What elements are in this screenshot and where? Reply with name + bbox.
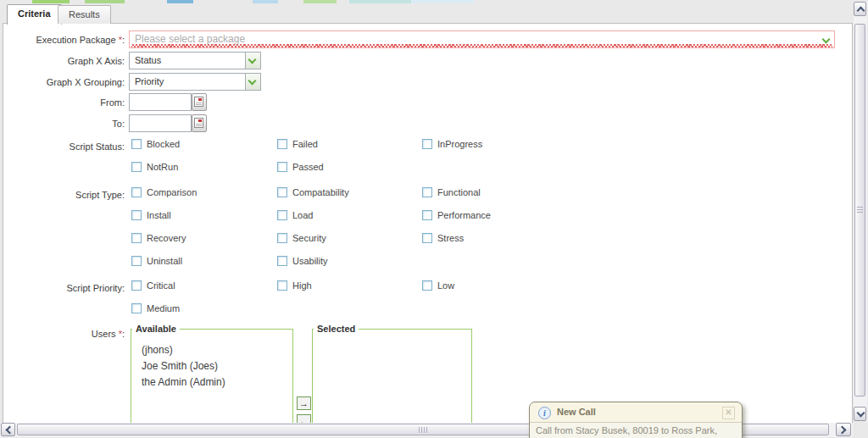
chart-bar-sliver <box>32 0 70 3</box>
from-datepicker-button[interactable] <box>192 93 207 111</box>
info-icon: i <box>538 407 551 419</box>
checkbox[interactable] <box>422 187 432 197</box>
checkbox[interactable] <box>422 139 432 149</box>
checkbox-label: Usability <box>292 256 328 266</box>
checkbox-item-passed[interactable]: Passed <box>277 162 324 172</box>
chevron-left-icon <box>6 426 14 435</box>
notification-line1: Call from Stacy Busek, 80019 to Ross Par… <box>536 425 736 438</box>
checkbox[interactable] <box>422 210 432 220</box>
dropdown-button[interactable] <box>245 74 260 90</box>
checkbox-item-recovery[interactable]: Recovery <box>131 233 186 243</box>
list-item[interactable]: the Admin (Admin) <box>142 374 289 391</box>
checkbox[interactable] <box>277 256 287 266</box>
checkbox[interactable] <box>131 233 142 243</box>
list-item[interactable]: Joe Smith (Joes) <box>142 358 289 374</box>
move-right-button[interactable]: → <box>297 396 311 410</box>
checkbox-item-usability[interactable]: Usability <box>277 256 328 266</box>
graph-x-axis-select[interactable]: Status <box>129 52 261 69</box>
checkbox-item-load[interactable]: Load <box>277 210 313 220</box>
checkbox-label: Comparison <box>147 187 197 197</box>
label-colon: : <box>122 35 125 45</box>
checkbox[interactable] <box>131 280 142 291</box>
checkbox-label: Recovery <box>147 233 186 243</box>
checkbox[interactable] <box>131 139 142 149</box>
checkbox-item-stress[interactable]: Stress <box>422 233 464 243</box>
arrow-right-icon: → <box>299 398 309 408</box>
checkbox[interactable] <box>277 210 287 220</box>
checkbox[interactable] <box>131 162 142 172</box>
checkbox-label: Low <box>437 280 454 291</box>
checkbox[interactable] <box>277 162 287 172</box>
scroll-right-button[interactable] <box>836 423 851 436</box>
checkbox[interactable] <box>277 187 287 197</box>
scroll-down-button[interactable] <box>854 407 866 421</box>
tab-results[interactable]: Results <box>58 5 111 24</box>
checkbox-item-failed[interactable]: Failed <box>277 139 318 149</box>
checkbox[interactable] <box>131 210 142 220</box>
checkbox-label: Compatability <box>292 187 349 197</box>
script-type-label: Script Type: <box>0 190 125 200</box>
from-date-input[interactable] <box>129 93 192 111</box>
new-call-notification: i New Call ✕ Call from Stacy Busek, 8001… <box>529 402 743 438</box>
report-criteria-screen: Criteria Results Execution Package *: Pl… <box>0 0 868 438</box>
checkbox[interactable] <box>131 256 142 266</box>
checkbox[interactable] <box>131 303 142 313</box>
available-users-list: (jhons) Joe Smith (Joes) the Admin (Admi… <box>142 342 289 391</box>
chart-bar-sliver <box>349 0 411 3</box>
vertical-scroll-thumb[interactable] <box>854 24 865 396</box>
chevron-down-icon <box>248 77 257 86</box>
checkbox-item-uninstall[interactable]: Uninstall <box>131 256 182 266</box>
checkbox[interactable] <box>277 233 287 243</box>
checkbox[interactable] <box>422 280 432 291</box>
dropdown-button[interactable] <box>245 53 260 69</box>
checkbox-label: Stress <box>437 233 464 243</box>
checkbox-item-functional[interactable]: Functional <box>422 187 481 197</box>
to-label: To: <box>0 119 125 129</box>
checkbox-item-install[interactable]: Install <box>131 210 171 220</box>
checkbox-item-low[interactable]: Low <box>422 280 454 291</box>
graph-x-grouping-select[interactable]: Priority <box>129 73 261 91</box>
vertical-scrollbar[interactable] <box>854 2 867 421</box>
selected-users-box: Selected <box>312 324 472 432</box>
checkbox-item-notrun[interactable]: NotRun <box>131 162 178 172</box>
checkbox[interactable] <box>422 233 432 243</box>
available-legend: Available <box>132 324 180 334</box>
checkbox[interactable] <box>131 187 142 197</box>
checkbox[interactable] <box>277 139 287 149</box>
checkbox-item-medium[interactable]: Medium <box>131 303 180 313</box>
info-icon-glyph: i <box>543 408 546 418</box>
checkbox-item-performance[interactable]: Performance <box>422 210 491 220</box>
checkbox-item-comparison[interactable]: Comparison <box>131 187 197 197</box>
checkbox-item-security[interactable]: Security <box>277 233 326 243</box>
to-datepicker-button[interactable] <box>192 114 207 132</box>
execution-package-placeholder: Please select a package <box>135 33 245 45</box>
execution-package-combobox[interactable]: Please select a package <box>129 30 835 48</box>
checkbox-item-compatability[interactable]: Compatability <box>277 187 349 197</box>
checkbox-item-inprogress[interactable]: InProgress <box>422 139 482 149</box>
notification-body[interactable]: Call from Stacy Busek, 80019 to Ross Par… <box>530 422 742 438</box>
checkbox-label: Performance <box>437 210 491 220</box>
checkbox-item-high[interactable]: High <box>277 280 312 291</box>
checkbox-label: Load <box>292 210 313 220</box>
thumb-grip <box>857 207 863 213</box>
calendar-icon <box>194 118 203 128</box>
chevron-right-icon <box>838 426 847 435</box>
checkbox-item-critical[interactable]: Critical <box>131 280 175 291</box>
scroll-left-button[interactable] <box>1 423 15 436</box>
tab-criteria[interactable]: Criteria <box>7 4 62 25</box>
checkbox-label: NotRun <box>147 162 178 172</box>
script-status-label: Script Status: <box>0 141 125 152</box>
chevron-down-icon[interactable] <box>822 36 831 44</box>
checkbox-item-blocked[interactable]: Blocked <box>131 139 180 149</box>
scroll-up-button[interactable] <box>854 2 866 16</box>
scrollbar-corner <box>854 423 868 438</box>
checkbox-label: High <box>292 280 312 291</box>
selected-legend: Selected <box>314 324 359 334</box>
checkbox[interactable] <box>277 280 287 291</box>
list-item[interactable]: (jhons) <box>142 342 289 358</box>
close-icon[interactable]: ✕ <box>722 407 735 419</box>
chevron-down-icon <box>857 409 865 418</box>
graph-x-grouping-value: Priority <box>135 76 164 86</box>
label-colon: : <box>122 329 125 339</box>
to-date-input[interactable] <box>129 114 192 132</box>
